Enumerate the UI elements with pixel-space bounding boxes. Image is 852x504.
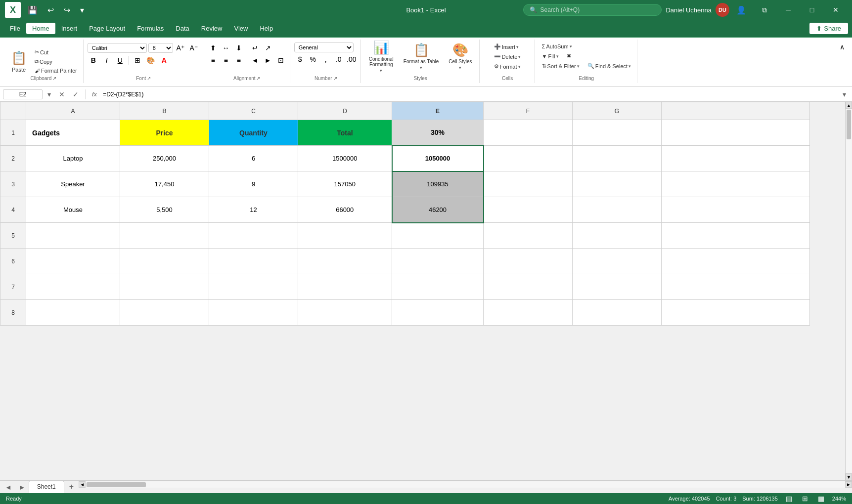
clipboard-label[interactable]: Clipboard ↗ — [30, 76, 56, 81]
col-header-f[interactable]: F — [484, 102, 573, 120]
confirm-formula-button[interactable]: ✓ — [70, 89, 82, 99]
decrease-decimal-button[interactable]: .0 — [333, 54, 345, 65]
cell-f8[interactable] — [484, 300, 573, 326]
cell-a6[interactable] — [26, 249, 120, 274]
alignment-label[interactable]: Alignment ↗ — [233, 76, 260, 81]
add-sheet-button[interactable]: + — [64, 480, 79, 493]
row-header-4[interactable]: 4 — [0, 197, 26, 223]
col-header-c[interactable]: C — [209, 102, 298, 120]
find-select-button[interactable]: 🔍 Find & Select ▾ — [584, 62, 634, 70]
row-header-8[interactable]: 8 — [0, 300, 26, 326]
clear-button[interactable]: ✖ — [564, 52, 574, 60]
cell-c2[interactable]: 6 — [209, 146, 298, 171]
format-painter-button[interactable]: 🖌 Format Painter — [32, 67, 80, 75]
cell-g1[interactable] — [573, 120, 662, 146]
close-button[interactable]: ✕ — [824, 0, 847, 20]
cell-e6[interactable] — [392, 249, 484, 274]
menu-home[interactable]: Home — [26, 23, 55, 34]
cell-g2[interactable] — [573, 146, 662, 171]
cell-d3[interactable]: 157050 — [298, 171, 392, 197]
save-button[interactable]: 💾 — [25, 3, 41, 17]
scroll-track-h[interactable] — [86, 481, 845, 488]
expand-formula-button[interactable]: ▾ — [840, 89, 849, 99]
row-header-3[interactable]: 3 — [0, 171, 26, 197]
bold-button[interactable]: B — [88, 55, 99, 66]
cell-e5[interactable] — [392, 223, 484, 249]
col-header-d[interactable]: D — [298, 102, 392, 120]
cell-f3[interactable] — [484, 171, 573, 197]
page-layout-view-button[interactable]: ⊞ — [800, 495, 810, 503]
scroll-up-button[interactable]: ▲ — [846, 102, 852, 109]
cell-f4[interactable] — [484, 197, 573, 223]
underline-button[interactable]: U — [114, 55, 126, 66]
align-left-button[interactable]: ≡ — [207, 55, 219, 66]
cell-extra2[interactable] — [662, 146, 810, 171]
align-center-button[interactable]: ≡ — [220, 55, 232, 66]
fill-button[interactable]: ▼ Fill ▾ — [539, 52, 562, 60]
menu-file[interactable]: File — [4, 23, 26, 34]
page-break-view-button[interactable]: ▦ — [816, 495, 826, 503]
cells-label[interactable]: Cells — [502, 76, 513, 81]
formula-input[interactable] — [101, 90, 838, 99]
decrease-indent-button[interactable]: ◄ — [249, 55, 261, 66]
cell-extra1[interactable] — [662, 120, 810, 146]
borders-button[interactable]: ⊞ — [132, 55, 143, 66]
number-label[interactable]: Number ↗ — [314, 76, 337, 81]
row-header-6[interactable]: 6 — [0, 249, 26, 274]
scroll-thumb-h[interactable] — [87, 482, 146, 487]
menu-view[interactable]: View — [228, 23, 254, 34]
cell-g5[interactable] — [573, 223, 662, 249]
conditional-formatting-button[interactable]: 📊 ConditionalFormatting ▾ — [365, 42, 398, 70]
cell-extra5[interactable] — [662, 223, 810, 249]
scroll-sheets-left-button[interactable]: ◄ — [2, 482, 15, 492]
cell-d6[interactable] — [298, 249, 392, 274]
cell-f5[interactable] — [484, 223, 573, 249]
menu-formulas[interactable]: Formulas — [131, 23, 170, 34]
cell-f6[interactable] — [484, 249, 573, 274]
cell-g8[interactable] — [573, 300, 662, 326]
sheet-tab-sheet1[interactable]: Sheet1 — [29, 481, 64, 493]
copy-button[interactable]: ⧉ Copy — [32, 57, 80, 66]
cell-b4[interactable]: 5,500 — [120, 197, 209, 223]
format-as-table-button[interactable]: 📋 Format as Table ▾ — [400, 42, 443, 70]
cell-a3[interactable]: Speaker — [26, 171, 120, 197]
cell-e7[interactable] — [392, 274, 484, 300]
scroll-thumb-v[interactable] — [847, 110, 851, 139]
comma-button[interactable]: , — [320, 54, 332, 65]
font-size-increase-button[interactable]: A⁺ — [175, 42, 186, 53]
account-button[interactable]: 👤 — [733, 3, 749, 17]
cancel-formula-button[interactable]: ✕ — [56, 89, 68, 99]
horizontal-scrollbar[interactable]: ◄ ► — [79, 481, 852, 488]
merge-center-button[interactable]: ⊡ — [275, 55, 287, 66]
cell-extra8[interactable] — [662, 300, 810, 326]
col-header-extra[interactable] — [662, 102, 810, 120]
col-header-g[interactable]: G — [573, 102, 662, 120]
row-header-1[interactable]: 1 — [0, 120, 26, 146]
cell-b7[interactable] — [120, 274, 209, 300]
cell-e1[interactable]: 30% — [392, 120, 484, 146]
cell-g6[interactable] — [573, 249, 662, 274]
font-size-decrease-button[interactable]: A⁻ — [188, 42, 200, 53]
cell-f7[interactable] — [484, 274, 573, 300]
cell-b1[interactable]: Price — [120, 120, 209, 146]
font-color-button[interactable]: A — [158, 55, 170, 66]
styles-label[interactable]: Styles — [414, 76, 427, 81]
share-button[interactable]: ⬆ Share — [809, 23, 848, 34]
cell-f1[interactable] — [484, 120, 573, 146]
cell-styles-button[interactable]: 🎨 Cell Styles ▾ — [445, 42, 476, 70]
menu-help[interactable]: Help — [254, 23, 279, 34]
cell-d7[interactable] — [298, 274, 392, 300]
italic-button[interactable]: I — [101, 55, 113, 66]
cell-g7[interactable] — [573, 274, 662, 300]
cell-b5[interactable] — [120, 223, 209, 249]
cell-c3[interactable]: 9 — [209, 171, 298, 197]
fill-color-button[interactable]: 🎨 — [145, 55, 157, 66]
cell-a2[interactable]: Laptop — [26, 146, 120, 171]
undo-button[interactable]: ↩ — [45, 3, 57, 17]
cell-a8[interactable] — [26, 300, 120, 326]
menu-page-layout[interactable]: Page Layout — [83, 23, 131, 34]
cell-f2[interactable] — [484, 146, 573, 171]
editing-label[interactable]: Editing — [579, 76, 594, 81]
row-header-7[interactable]: 7 — [0, 274, 26, 300]
cell-b2[interactable]: 250,000 — [120, 146, 209, 171]
